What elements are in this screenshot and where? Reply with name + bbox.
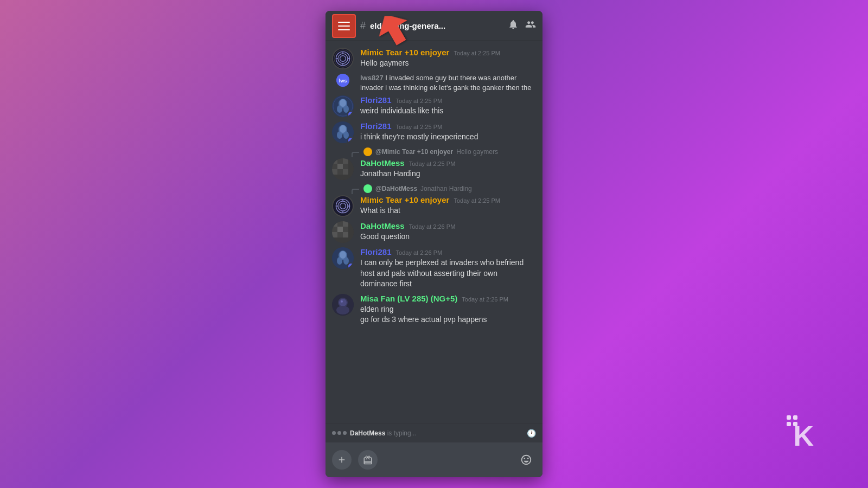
message-content: DaHotMess Today at 2:25 PM Jonathan Hard… [360,158,536,180]
timestamp: Today at 2:25 PM [454,197,500,204]
svg-point-17 [340,99,346,107]
typing-dots [332,431,347,435]
reply-avatar-small [363,184,372,193]
username[interactable]: Flori281 [360,95,392,105]
timestamp: Today at 2:25 PM [454,50,500,56]
members-icon[interactable] [525,19,536,33]
reply-reference: @DaHotMess Jonathan Harding [326,182,542,193]
timestamp: Today at 2:25 PM [396,124,443,130]
avatar-badge: ✓ [347,111,354,117]
username[interactable]: Mimic Tear +10 enjoyer [360,195,449,204]
message-header: Flori281 Today at 2:25 PM [360,121,536,131]
avatar [332,158,354,180]
avatar: ✓ [332,121,354,143]
username[interactable]: Flori281 [360,247,392,256]
message-content: Mimic Tear +10 enjoyer Today at 2:25 PM … [360,48,536,69]
message-text: Hello gaymers [360,58,536,69]
avatar [332,221,354,243]
k-watermark: K [793,422,814,450]
hamburger-button[interactable] [332,14,356,38]
add-button[interactable] [332,450,352,470]
message-group: ✓ Flori281 Today at 2:25 PM weird indivi… [326,93,542,119]
avatar-badge: ✓ [347,137,354,143]
message-header: DaHotMess Today at 2:25 PM [360,158,536,168]
username[interactable]: DaHotMess [360,221,405,230]
svg-point-61 [341,300,343,303]
channel-name: elden-ring-genera... [370,21,503,30]
svg-point-22 [340,125,346,133]
channel-header: # elden-ring-genera... [326,11,542,41]
message-text: Good question [360,232,536,242]
timestamp: Today at 2:26 PM [409,223,456,230]
hamburger-line-2 [338,25,350,27]
avatar: ✓ [332,95,354,117]
message-content: Flori281 Today at 2:26 PM I can only be … [360,247,536,290]
svg-rect-31 [337,169,343,175]
reply-reference: @Mimic Tear +10 enjoyer Hello gaymers [326,145,542,156]
timestamp: Today at 2:25 PM [409,160,456,167]
timestamp: Today at 2:26 PM [462,296,508,303]
svg-rect-44 [332,221,337,227]
message-group: Misa Fan (LV 285) (NG+5) Today at 2:26 P… [326,292,542,328]
message-group: ✓ Flori281 Today at 2:25 PM i think they… [326,119,542,145]
message-group: Mimic Tear +10 enjoyer Today at 2:25 PM … [326,193,542,219]
discord-panel: # elden-ring-genera... [326,11,542,477]
message-header: Flori281 Today at 2:26 PM [360,247,536,256]
typing-dot [343,431,347,435]
username[interactable]: DaHotMess [360,158,405,168]
reply-text: Jonathan Harding [420,185,472,192]
message-content: Mimic Tear +10 enjoyer Today at 2:25 PM … [360,195,536,217]
emoji-button[interactable] [516,450,536,470]
svg-rect-51 [337,232,343,237]
svg-rect-24 [332,158,337,164]
channel-hash-icon: # [360,20,366,31]
typing-text: DaHotMess is typing... [350,429,417,437]
avatar-badge: ✓ [347,262,354,269]
message-text: Jonathan Harding [360,169,536,179]
header-icons [508,19,536,33]
timestamp: Today at 2:26 PM [396,249,443,256]
avatar [332,48,354,69]
typing-username: DaHotMess [350,429,385,437]
message-input[interactable] [384,450,510,470]
svg-point-57 [340,251,346,259]
reply-avatar-small [363,147,372,156]
svg-rect-46 [343,221,348,227]
message-header: Mimic Tear +10 enjoyer Today at 2:25 PM [360,195,536,204]
svg-rect-50 [332,232,337,237]
username[interactable]: Flori281 [360,121,392,131]
gift-button[interactable] [358,450,378,470]
notification-icon[interactable] [508,19,519,33]
message-text: I can only be perplexed at invaders who … [360,258,536,290]
svg-rect-52 [343,232,348,237]
username[interactable]: Mimic Tear +10 enjoyer [360,48,449,57]
reply-username: @Mimic Tear +10 enjoyer [375,148,453,156]
message-header: Flori281 Today at 2:25 PM [360,95,536,105]
message-header: Mimic Tear +10 enjoyer Today at 2:25 PM [360,48,536,57]
message-group: DaHotMess Today at 2:25 PM Jonathan Hard… [326,156,542,182]
svg-rect-48 [337,227,343,232]
system-text: I invaded some guy but there was another… [360,74,531,92]
avatar: ✓ [332,247,354,269]
k-dot [793,422,797,426]
messages-area[interactable]: Mimic Tear +10 enjoyer Today at 2:25 PM … [326,41,542,423]
k-dot [787,415,791,420]
message-content: Misa Fan (LV 285) (NG+5) Today at 2:26 P… [360,294,536,325]
message-content: Flori281 Today at 2:25 PM i think they'r… [360,121,536,143]
svg-rect-45 [337,221,343,227]
message-text: What is that [360,206,536,216]
system-username: lws827 [360,74,385,82]
svg-rect-49 [343,227,348,232]
hamburger-line-3 [338,29,350,30]
avatar [332,294,354,316]
svg-text:lws: lws [339,78,347,84]
message-content: DaHotMess Today at 2:26 PM Good question [360,221,536,243]
typing-dot [332,431,336,435]
small-avatar-container: lws [332,73,354,87]
k-logo-container: K [793,422,814,450]
username[interactable]: Misa Fan (LV 285) (NG+5) [360,294,457,303]
message-group: DaHotMess Today at 2:26 PM Good question [326,219,542,245]
message-group: Mimic Tear +10 enjoyer Today at 2:25 PM … [326,46,542,72]
typing-clock-icon: 🕐 [527,429,536,438]
typing-dot [337,431,341,435]
